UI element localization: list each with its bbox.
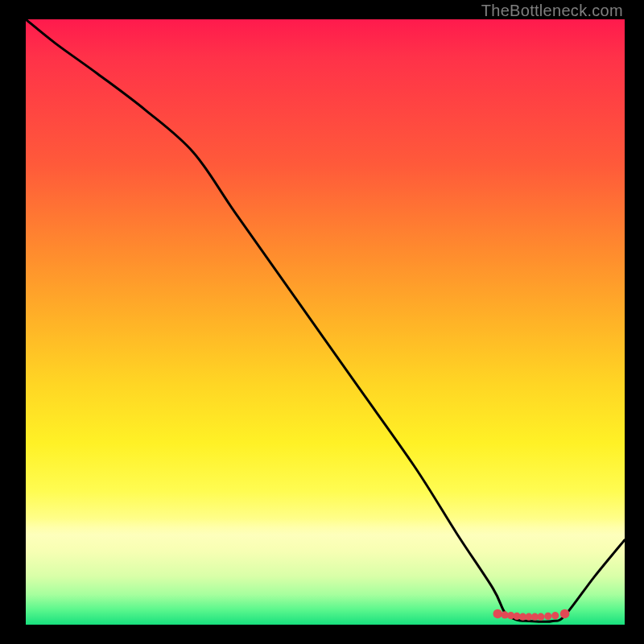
marker-dot	[502, 611, 509, 618]
marker-dot	[513, 613, 520, 620]
bottleneck-curve	[26, 19, 625, 621]
watermark-text: TheBottleneck.com	[481, 2, 623, 20]
highlight-band	[26, 518, 625, 552]
chart-frame: TheBottleneck.com	[0, 0, 644, 644]
marker-dot	[544, 613, 551, 620]
marker-dot	[519, 613, 526, 621]
marker-dot	[537, 613, 544, 621]
marker-dot	[525, 613, 532, 621]
chart-svg	[26, 19, 625, 625]
marker-dot	[551, 612, 559, 619]
marker-dot	[493, 609, 502, 619]
marker-dot	[560, 609, 570, 619]
curve-markers	[493, 609, 569, 621]
marker-dot	[531, 613, 539, 621]
chart-plot-area	[26, 19, 625, 625]
marker-dot	[507, 612, 514, 619]
